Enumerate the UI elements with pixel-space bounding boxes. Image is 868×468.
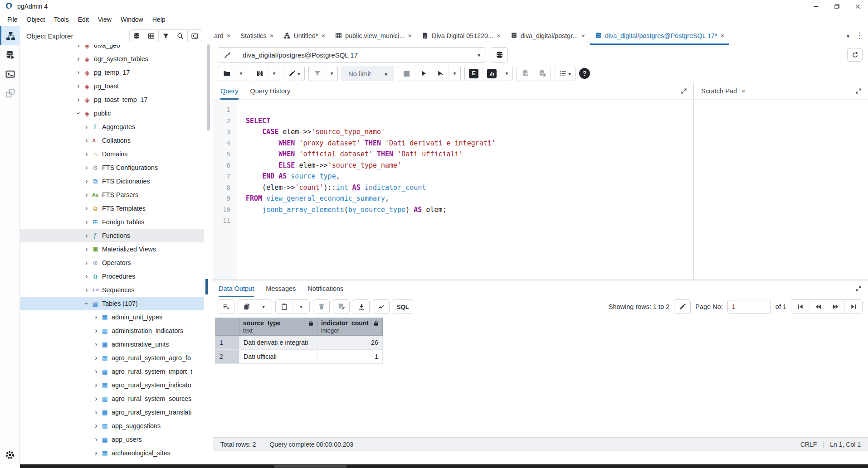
tab-messages[interactable]: Messages: [266, 280, 296, 297]
tree-item-fts-parsers[interactable]: AaFTS Parsers: [20, 188, 204, 202]
open-file-menu-button[interactable]: [235, 66, 247, 81]
row-limit-select[interactable]: No limit: [341, 66, 394, 81]
chevron-right-icon[interactable]: [83, 218, 90, 226]
tab-data-output[interactable]: Data Output: [219, 280, 254, 297]
tree-item-administration-indicators[interactable]: ▦administration_indicators: [20, 324, 204, 338]
chevron-right-icon[interactable]: [83, 246, 90, 253]
paste-menu-button[interactable]: [293, 300, 309, 314]
code-line[interactable]: WHEN 'proxy_dataset' THEN 'Dati derivati…: [246, 138, 693, 149]
previous-page-button[interactable]: [809, 300, 827, 314]
page-number-input[interactable]: [727, 300, 771, 314]
expand-icon[interactable]: [855, 285, 862, 292]
filtered-rows-button[interactable]: [158, 29, 173, 42]
execute-options-button[interactable]: [432, 66, 449, 81]
cell[interactable]: 26: [317, 336, 383, 350]
filter-menu-button[interactable]: [326, 66, 337, 81]
chevron-right-icon[interactable]: [83, 150, 90, 158]
tab-untitled[interactable]: Untitled*: [278, 26, 330, 45]
menu-edit[interactable]: Edit: [73, 13, 93, 26]
close-icon[interactable]: [321, 32, 325, 39]
tree-item-functions[interactable]: ƒFunctions: [20, 229, 204, 242]
tree-item-archaeological-sites[interactable]: ▦archaeological_sites: [20, 446, 204, 460]
cell[interactable]: 1: [317, 350, 383, 364]
chevron-down-icon[interactable]: [847, 32, 849, 40]
row-number[interactable]: 1: [215, 336, 239, 350]
save-file-button[interactable]: [251, 66, 268, 81]
copy-menu-button[interactable]: [255, 300, 272, 314]
tree-item-foreign-tables[interactable]: ⊞Foreign Tables: [20, 215, 204, 229]
expand-icon[interactable]: [855, 88, 862, 94]
close-icon[interactable]: [741, 87, 746, 94]
filter-button[interactable]: [309, 66, 326, 81]
code-line[interactable]: [246, 104, 693, 116]
add-row-button[interactable]: [218, 299, 234, 314]
code-line[interactable]: SELECT: [246, 116, 693, 127]
code-line[interactable]: CASE elem->>'source_type_name': [246, 126, 693, 138]
macros-button[interactable]: [555, 66, 575, 81]
restore-icon[interactable]: [826, 0, 847, 13]
menu-window[interactable]: Window: [116, 13, 148, 26]
close-icon[interactable]: [497, 32, 501, 39]
chevron-right-icon[interactable]: [93, 449, 100, 457]
edit-range-button[interactable]: [674, 299, 691, 314]
psql-tool-button[interactable]: [187, 29, 202, 42]
tree-item-app-suggestions[interactable]: ▦app_suggestions: [20, 419, 204, 433]
menu-tools[interactable]: Tools: [49, 13, 73, 26]
tab-diva-digital-051220[interactable]: Diva Digital 051220...: [417, 26, 506, 45]
tree-item-procedures[interactable]: {}Procedures: [20, 270, 204, 283]
chevron-right-icon[interactable]: [93, 341, 100, 348]
tab-statistics[interactable]: Statistics: [235, 26, 278, 45]
chevron-right-icon[interactable]: [83, 232, 90, 239]
first-page-button[interactable]: [791, 300, 809, 314]
horizontal-scrollbar[interactable]: [20, 464, 868, 468]
help-button[interactable]: [579, 68, 590, 79]
last-page-button[interactable]: [844, 300, 862, 314]
tree-item-pg-toast-temp-17[interactable]: ◈pg_toast_temp_17: [20, 93, 204, 106]
chevron-right-icon[interactable]: [83, 164, 90, 171]
chevron-right-icon[interactable]: [93, 409, 100, 416]
tree-item-fts-configurations[interactable]: ⚙FTS Configurations: [20, 161, 204, 174]
connection-select[interactable]: diva_digital/postgres@PostgreSQL 17: [218, 47, 486, 63]
tree-item-agro-rural-system-sources[interactable]: ▦agro_rural_system_sources: [20, 392, 204, 405]
show-sql-button[interactable]: SQL: [393, 299, 413, 314]
tree-item-aggregates[interactable]: ΣAggregates: [20, 120, 204, 134]
close-icon[interactable]: [847, 0, 868, 13]
graph-visualiser-button[interactable]: [373, 299, 390, 314]
tab-diva-digital-postgr[interactable]: diva_digital/postgr...: [506, 26, 590, 45]
chevron-right-icon[interactable]: [83, 205, 90, 212]
close-icon[interactable]: [581, 32, 585, 39]
chevron-right-icon[interactable]: [93, 436, 100, 443]
chevron-right-icon[interactable]: [83, 178, 90, 185]
chevron-right-icon[interactable]: [83, 259, 90, 266]
kebab-menu-icon[interactable]: [856, 31, 863, 40]
chevron-down-icon[interactable]: [75, 110, 82, 117]
tree-scrollbar-thumb[interactable]: [207, 44, 210, 130]
tree-item-app-users[interactable]: ▦app_users: [20, 433, 204, 446]
tree-item-materialized-views[interactable]: ▣Materialized Views: [20, 242, 204, 256]
tree-item-pg-toast[interactable]: ◈pg_toast: [20, 79, 204, 93]
view-data-button[interactable]: [144, 29, 159, 42]
eol-indicator[interactable]: CRLF: [800, 441, 817, 448]
code-line[interactable]: FROM view_general_economic_summary,: [246, 193, 693, 204]
chevron-right-icon[interactable]: [75, 69, 82, 76]
cell[interactable]: Dati ufficiali: [239, 350, 317, 364]
explain-button[interactable]: E: [465, 66, 483, 81]
tree-item-operators[interactable]: ⊕Operators: [20, 256, 204, 270]
chevron-right-icon[interactable]: [83, 123, 90, 130]
delete-row-button[interactable]: [313, 299, 330, 314]
tab-query-history[interactable]: Query History: [250, 82, 291, 100]
chevron-right-icon[interactable]: [83, 286, 90, 294]
chevron-right-icon[interactable]: [75, 96, 82, 103]
edit-menu-button[interactable]: [284, 66, 304, 81]
menu-help[interactable]: Help: [148, 13, 170, 26]
chevron-right-icon[interactable]: [75, 82, 82, 90]
horizontal-scrollbar-thumb[interactable]: [274, 465, 346, 468]
close-icon[interactable]: [721, 32, 725, 39]
chevron-right-icon[interactable]: [83, 273, 90, 280]
explain-menu-button[interactable]: [501, 66, 512, 81]
psql-rail-button[interactable]: [0, 64, 20, 83]
code-line[interactable]: END AS source_type,: [246, 171, 693, 182]
tab-query[interactable]: Query: [220, 82, 239, 100]
tree-item-tables-107[interactable]: ▦Tables (107): [20, 297, 204, 310]
cancel-query-button[interactable]: [398, 66, 415, 81]
